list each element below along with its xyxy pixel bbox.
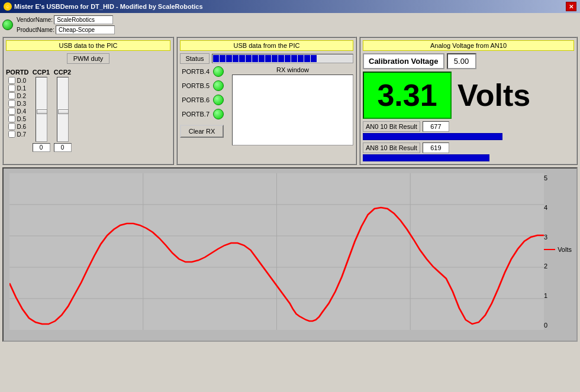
an8-bar: [363, 154, 489, 161]
y-label-4: 4: [544, 204, 547, 211]
voltage-display: 3.31: [363, 72, 452, 119]
usb-to-pic-label: USB data to the PIC: [6, 40, 170, 51]
portb5-label: PORTB.5: [180, 82, 210, 89]
legend-label: Volts: [558, 246, 572, 253]
portb4-row: PORTB.4: [180, 66, 224, 77]
ccp2-value-input[interactable]: [54, 143, 72, 152]
portb7-row: PORTB.7: [180, 109, 224, 119]
portd-d5: D.5: [8, 115, 26, 122]
ccp1-slider-thumb[interactable]: [37, 109, 47, 114]
usb-from-pic-panel: USB data from the PIC Status: [176, 37, 357, 165]
an0-value: 677: [423, 121, 449, 132]
vendor-name-label: VendorName:: [17, 17, 53, 23]
title-bar: ☺ Mister E's USBDemo for DT_HID - Modifi…: [0, 0, 580, 13]
product-name-label: ProductName:: [17, 27, 54, 33]
portb6-led: [213, 95, 224, 105]
ccp1-section: CCP1: [33, 69, 50, 152]
calibration-label: Calibration Voltage: [363, 53, 444, 69]
usb-from-pic-label: USB data from the PIC: [180, 40, 353, 51]
an0-row: AN0 10 Bit Result 677: [363, 121, 574, 132]
portd-d6: D.6: [8, 123, 26, 130]
y-label-0: 0: [544, 322, 547, 329]
legend-line: [543, 249, 555, 250]
portd-d3-checkbox[interactable]: [8, 100, 15, 107]
chart-legend: Volts: [543, 246, 572, 253]
ccp1-value-input[interactable]: [33, 143, 50, 152]
panels-row: USB data to the PIC PWM duty PORTD D.0 D…: [2, 37, 578, 165]
portd-d2-checkbox[interactable]: [8, 92, 15, 99]
portb7-label: PORTB.7: [180, 111, 210, 118]
ccp2-section: CCP2: [54, 69, 72, 152]
portd-d1-checkbox[interactable]: [8, 85, 15, 92]
portd-d4-label: D.4: [17, 108, 26, 115]
app-icon: ☺: [4, 2, 12, 11]
vendor-info: VendorName: ScaleRobotics ProductName: C…: [17, 15, 115, 34]
close-button[interactable]: ✕: [566, 2, 576, 11]
y-label-1: 1: [544, 292, 547, 299]
portd-d2: D.2: [8, 92, 26, 99]
portd-d4: D.4: [8, 108, 26, 115]
pwm-section: PWM duty: [6, 53, 170, 66]
an8-label: AN8 10 Bit Result: [363, 142, 420, 153]
pwm-label: PWM duty: [67, 53, 110, 64]
portb4-led: [213, 66, 224, 77]
status-row: Status: [180, 53, 353, 64]
portb-rx-container: PORTB.4 PORTB.5 PORTB.6 PORTB.7: [180, 66, 353, 147]
vendor-name-value: ScaleRobotics: [54, 15, 113, 24]
portd-section: PORTD D.0 D.1 D.2: [6, 69, 29, 138]
portd-label: PORTD: [6, 69, 29, 76]
an8-value: 619: [423, 142, 449, 153]
portd-d5-label: D.5: [17, 116, 26, 122]
status-progress-bar: [212, 54, 353, 63]
portb-leds: PORTB.4 PORTB.5 PORTB.6 PORTB.7: [180, 66, 224, 147]
rx-textarea[interactable]: [232, 74, 353, 145]
portd-d2-label: D.2: [17, 93, 26, 99]
top-info-section: VendorName: ScaleRobotics ProductName: C…: [2, 15, 578, 34]
portd-d4-checkbox[interactable]: [8, 108, 15, 115]
an0-label: AN0 10 Bit Result: [363, 121, 420, 132]
portd-d0-label: D.0: [17, 77, 26, 84]
portd-d5-checkbox[interactable]: [8, 115, 15, 122]
main-content: VendorName: ScaleRobotics ProductName: C…: [0, 13, 580, 392]
portd-checkboxes: D.0 D.1 D.2 D.3: [8, 77, 26, 138]
portb5-led: [213, 80, 224, 91]
y-label-5: 5: [544, 174, 547, 182]
y-label-3: 3: [544, 234, 547, 241]
portb4-label: PORTB.4: [180, 68, 210, 75]
portd-d0: D.0: [8, 77, 26, 84]
chart-svg: [9, 173, 544, 330]
rx-window-label: RX window: [232, 66, 353, 73]
clear-rx-button[interactable]: Clear RX: [180, 125, 224, 138]
ccp2-label: CCP2: [54, 69, 71, 76]
portd-d6-checkbox[interactable]: [8, 123, 15, 130]
portb5-row: PORTB.5: [180, 80, 224, 91]
calibration-value-input[interactable]: [447, 53, 476, 69]
calibration-row: Calibration Voltage: [363, 53, 574, 69]
ccp2-slider-track: [57, 77, 69, 142]
an8-row: AN8 10 Bit Result 619: [363, 142, 574, 153]
ccp1-label: CCP1: [33, 69, 50, 76]
ccp1-slider-track: [36, 77, 47, 142]
portd-d1-label: D.1: [17, 85, 26, 92]
an0-bar: [363, 133, 502, 140]
portd-d0-checkbox[interactable]: [8, 77, 15, 84]
volts-unit: Volts: [454, 75, 534, 115]
status-label: Status: [180, 53, 210, 64]
connection-led: [2, 20, 13, 30]
voltage-row: 3.31 Volts: [363, 72, 574, 119]
portb6-label: PORTB.6: [180, 96, 210, 103]
usb-to-pic-panel: USB data to the PIC PWM duty PORTD D.0 D…: [2, 37, 174, 165]
analog-panel-label: Analog Voltage from AN10: [363, 40, 574, 51]
analog-bars-section: AN0 10 Bit Result 677 AN8 10 Bit Result …: [363, 121, 574, 161]
rx-window-section: RX window: [232, 66, 353, 147]
y-label-2: 2: [544, 263, 547, 270]
analog-panel: Analog Voltage from AN10 Calibration Vol…: [359, 37, 578, 165]
ccp2-slider-thumb[interactable]: [58, 109, 69, 114]
product-name-value: Cheap-Scope: [56, 25, 115, 34]
portd-d3-label: D.3: [17, 101, 26, 107]
portd-d7-checkbox[interactable]: [8, 131, 15, 138]
portd-ccp-row: PORTD D.0 D.1 D.2: [6, 69, 170, 152]
portb6-row: PORTB.6: [180, 95, 224, 105]
portd-d3: D.3: [8, 100, 26, 107]
portb7-led: [213, 109, 224, 119]
